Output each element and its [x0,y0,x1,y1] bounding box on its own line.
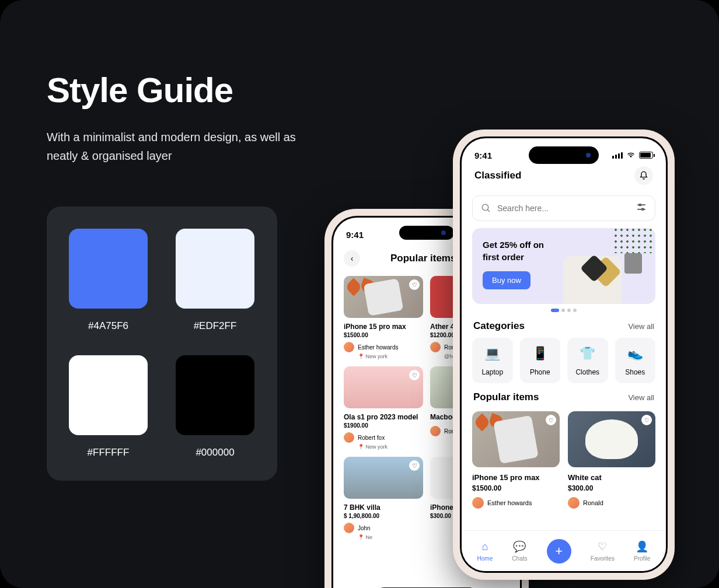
swatch-label: #EDF2FF [194,320,237,332]
buy-now-button[interactable]: Buy now [483,271,530,289]
promo-image [563,239,645,304]
avatar [472,497,484,509]
item-name: 7 BHK villa [344,503,423,512]
phone-icon: 📱 [531,345,549,362]
swatch-primary: #4A75F6 [69,229,148,332]
notification-button[interactable] [634,166,653,185]
avatar [344,342,354,352]
popular-card[interactable]: ♡ iPhone 15 pro max $1500.00 Esther howa… [472,411,560,509]
promo-banner[interactable]: Get 25% off on first order Buy now [472,228,655,304]
tab-chats[interactable]: 💬Chats [512,540,527,562]
tab-label: Profile [634,555,650,562]
tab-label: Home [477,555,493,562]
swatch-white: #FFFFFF [69,355,148,459]
item-price: $1500.00 [472,484,560,492]
profile-icon: 👤 [636,540,648,553]
view-all-link[interactable]: View all [628,322,654,331]
tab-home[interactable]: ⌂Home [477,541,493,562]
tab-bar: ⌂Home 💬Chats + ♡Favorites 👤Profile [462,530,666,571]
item-price: $1900.00 [344,422,423,429]
status-time: 9:41 [346,230,364,240]
tab-label: Chats [512,555,527,562]
item-name: White cat [568,473,655,482]
category-phone[interactable]: 📱Phone [520,338,561,383]
item-name: Ola s1 pro 2023 model [344,413,423,421]
promo-text: Get 25% off on first order [483,239,559,263]
seller-name: Robert fox [358,435,385,441]
category-label: Shoes [625,368,645,376]
color-palette: #4A75F6 #EDF2FF #FFFFFF #000000 [47,206,277,481]
seller-location: 📍 Ne [358,534,423,540]
category-label: Clothes [575,368,599,376]
app-brand: Classified [474,170,521,181]
seller-location: 📍 New york [358,354,423,359]
swatch-black: #000000 [176,355,254,459]
search-bar[interactable] [472,195,655,221]
swatch-label: #4A75F6 [88,320,128,332]
page-title: Popular items [390,253,456,264]
item-price: $ 1,90,800.00 [344,513,423,519]
heart-icon[interactable]: ♡ [409,279,420,290]
item-price: $1500.00 [344,332,423,338]
seller-name: John [358,525,371,531]
swatch-label: #FFFFFF [88,447,130,459]
search-input[interactable] [497,204,630,213]
swatch-label: #000000 [196,447,234,459]
status-time: 9:41 [474,150,492,160]
heart-icon[interactable]: ♡ [409,370,420,380]
svg-line-1 [487,209,490,212]
style-guide-desc: With a minimalist and modern design, as … [47,128,315,165]
status-icons [612,152,653,159]
heart-icon[interactable]: ♡ [409,460,420,471]
avatar [344,432,354,443]
filter-icon[interactable] [636,202,647,215]
chat-icon: 💬 [513,540,526,553]
popular-title: Popular items [473,391,539,403]
item-name: iPhone 15 pro max [472,473,560,482]
seller-name: Ronald [583,499,603,506]
category-label: Laptop [481,368,503,376]
heart-icon[interactable]: ♡ [546,415,556,425]
item-name: iPhone 15 pro max [344,323,423,331]
notch [529,146,599,164]
avatar [430,342,441,352]
popular-card[interactable]: ♡ White cat $300.00 Ronald [568,411,655,509]
category-laptop[interactable]: 💻Laptop [472,338,513,383]
swatch-light: #EDF2FF [176,229,254,332]
view-all-link[interactable]: View all [628,393,654,402]
avatar [344,523,354,533]
item-card[interactable]: ♡ 7 BHK villa $ 1,90,800.00 John 📍 Ne [344,457,423,540]
home-icon: ⌂ [481,541,488,553]
item-card[interactable]: ♡ iPhone 15 pro max $1500.00 Esther howa… [344,276,423,359]
laptop-icon: 💻 [484,345,501,362]
tab-favorites[interactable]: ♡Favorites [591,540,615,562]
category-clothes[interactable]: 👕Clothes [567,338,608,383]
seller-name: Esther howards [487,499,532,506]
shoes-icon: 👟 [626,345,644,362]
svg-point-5 [642,208,644,210]
search-icon [481,203,491,214]
category-shoes[interactable]: 👟Shoes [615,338,656,383]
clothes-icon: 👕 [579,345,596,362]
svg-point-3 [639,204,641,206]
tab-profile[interactable]: 👤Profile [634,540,650,562]
avatar [568,497,580,509]
seller-name: Esther howards [358,344,398,351]
seller-location: 📍 New york [358,444,423,450]
heart-icon[interactable]: ♡ [641,415,652,425]
tab-label: Favorites [591,555,615,562]
avatar [430,426,441,436]
back-button[interactable]: ‹ [344,250,360,267]
fab-add[interactable]: + [547,539,571,564]
heart-icon: ♡ [598,540,607,553]
categories-title: Categories [473,320,525,332]
item-card[interactable]: ♡ Ola s1 pro 2023 model $1900.00 Robert … [344,366,423,450]
notch [399,226,454,240]
item-price: $300.00 [568,484,655,492]
category-label: Phone [530,368,550,376]
phone-classified-home: 9:41 Classified [453,130,675,580]
svg-point-0 [482,204,488,211]
style-guide-title: Style Guide [47,70,315,110]
